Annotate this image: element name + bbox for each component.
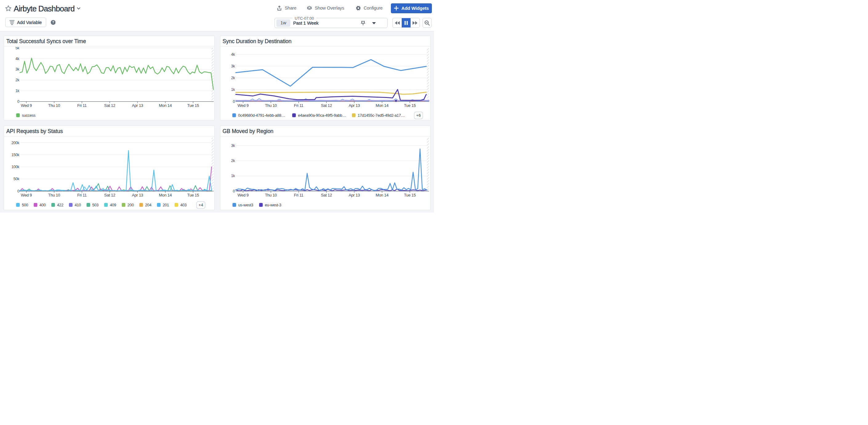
svg-text:1k: 1k bbox=[16, 89, 20, 93]
svg-text:e4aea90a-90ca-49f5-9abb…: e4aea90a-90ca-49f5-9abb… bbox=[298, 113, 346, 117]
svg-text:Fri 11: Fri 11 bbox=[294, 103, 304, 108]
svg-text:1k: 1k bbox=[231, 88, 235, 92]
svg-text:400: 400 bbox=[39, 203, 46, 207]
svg-text:0: 0 bbox=[17, 99, 20, 103]
svg-text:Thu 10: Thu 10 bbox=[265, 103, 277, 108]
svg-text:Wed 9: Wed 9 bbox=[21, 193, 32, 198]
svg-text:+4: +4 bbox=[198, 203, 203, 207]
svg-text:Sat 12: Sat 12 bbox=[104, 103, 116, 108]
svg-text:Mon 14: Mon 14 bbox=[375, 103, 389, 108]
svg-text:Fri 11: Fri 11 bbox=[77, 103, 87, 108]
svg-text:+6: +6 bbox=[416, 113, 421, 117]
svg-text:Thu 10: Thu 10 bbox=[48, 193, 60, 198]
svg-text:204: 204 bbox=[145, 203, 152, 207]
svg-text:0: 0 bbox=[233, 189, 235, 193]
svg-text:410: 410 bbox=[75, 203, 81, 207]
svg-text:100k: 100k bbox=[12, 165, 20, 169]
svg-text:Thu 10: Thu 10 bbox=[48, 103, 60, 108]
svg-text:0: 0 bbox=[233, 99, 235, 103]
svg-text:409: 409 bbox=[110, 203, 116, 207]
svg-text:Sat 12: Sat 12 bbox=[321, 103, 332, 108]
svg-text:Thu 10: Thu 10 bbox=[265, 193, 277, 198]
svg-text:500: 500 bbox=[22, 203, 28, 207]
svg-text:success: success bbox=[22, 113, 35, 117]
svg-text:201: 201 bbox=[163, 203, 169, 207]
svg-text:200k: 200k bbox=[12, 141, 20, 145]
svg-text:Tue 15: Tue 15 bbox=[404, 103, 415, 108]
svg-text:150k: 150k bbox=[12, 153, 20, 157]
svg-text:2k: 2k bbox=[231, 159, 235, 163]
svg-text:503: 503 bbox=[92, 203, 99, 207]
svg-text:Mon 14: Mon 14 bbox=[159, 193, 172, 198]
svg-text:3k: 3k bbox=[231, 64, 235, 68]
svg-text:Fri 11: Fri 11 bbox=[294, 193, 304, 198]
svg-text:us-west3: us-west3 bbox=[238, 203, 253, 207]
svg-text:3k: 3k bbox=[16, 67, 20, 71]
svg-text:Tue 15: Tue 15 bbox=[187, 193, 199, 198]
svg-text:Fri 11: Fri 11 bbox=[77, 193, 87, 198]
svg-text:Sat 12: Sat 12 bbox=[321, 193, 332, 198]
svg-text:Tue 15: Tue 15 bbox=[404, 193, 415, 198]
svg-text:4k: 4k bbox=[231, 52, 235, 56]
svg-text:5k: 5k bbox=[16, 47, 20, 50]
svg-text:Tue 15: Tue 15 bbox=[187, 103, 199, 108]
svg-text:0c49680d-4791-4ebb-a88…: 0c49680d-4791-4ebb-a88… bbox=[238, 113, 285, 117]
svg-text:2k: 2k bbox=[231, 76, 235, 80]
svg-text:Wed 9: Wed 9 bbox=[21, 103, 32, 108]
svg-text:200: 200 bbox=[127, 203, 134, 207]
svg-text:Apr 13: Apr 13 bbox=[132, 193, 144, 198]
svg-text:50k: 50k bbox=[13, 177, 20, 181]
svg-text:Mon 14: Mon 14 bbox=[375, 193, 389, 198]
svg-text:1k: 1k bbox=[231, 174, 235, 178]
svg-text:17d1455c-7ed5-49d2-a17…: 17d1455c-7ed5-49d2-a17… bbox=[358, 113, 405, 117]
svg-text:Apr 13: Apr 13 bbox=[348, 193, 360, 198]
svg-text:Apr 13: Apr 13 bbox=[132, 103, 144, 108]
svg-text:4k: 4k bbox=[16, 56, 20, 61]
svg-text:?: ? bbox=[52, 20, 54, 24]
svg-text:eu-west-3: eu-west-3 bbox=[265, 203, 281, 207]
svg-text:Sat 12: Sat 12 bbox=[104, 193, 116, 198]
svg-text:Apr 13: Apr 13 bbox=[348, 103, 360, 108]
svg-text:422: 422 bbox=[57, 203, 64, 207]
svg-text:403: 403 bbox=[180, 203, 187, 207]
svg-text:3k: 3k bbox=[231, 144, 235, 148]
svg-text:Wed 9: Wed 9 bbox=[237, 103, 248, 108]
svg-text:2k: 2k bbox=[16, 78, 20, 82]
svg-text:Mon 14: Mon 14 bbox=[159, 103, 172, 108]
svg-text:0: 0 bbox=[17, 189, 20, 193]
svg-text:Wed 9: Wed 9 bbox=[237, 193, 248, 198]
